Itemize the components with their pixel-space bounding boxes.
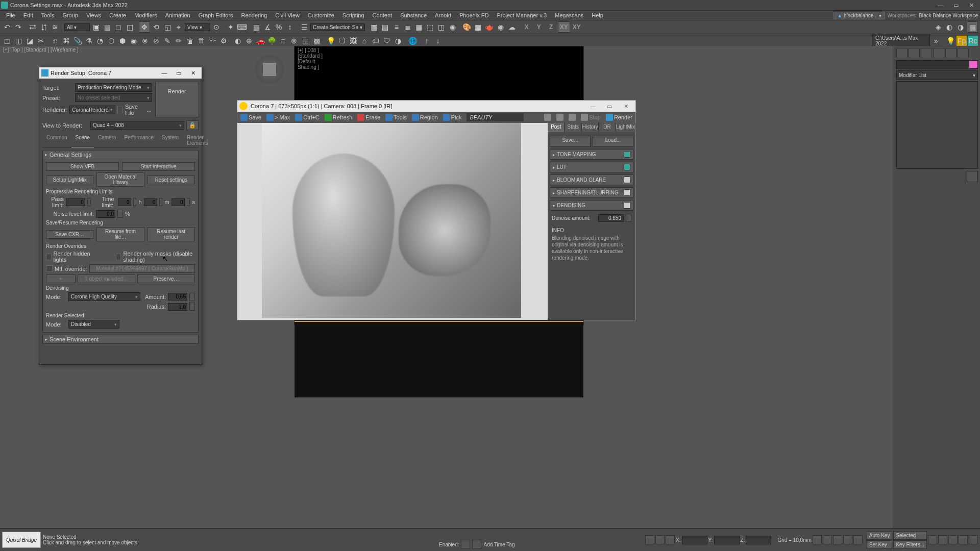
tool-m-icon[interactable]: 🗑 — [185, 36, 195, 46]
path-more-icon[interactable]: » — [931, 36, 941, 46]
stab-lightmix[interactable]: LightMix — [616, 123, 635, 132]
time-s-input[interactable] — [172, 198, 185, 206]
layer3-icon[interactable]: ▦ — [414, 22, 424, 32]
fp-icon[interactable]: Fp — [957, 36, 967, 46]
menu-customize[interactable]: Customize — [304, 11, 338, 19]
tool-k-icon[interactable]: ✎ — [162, 36, 173, 46]
menu-arnold[interactable]: Arnold — [431, 11, 455, 19]
stab-stats[interactable]: Stats — [565, 123, 581, 132]
vfb-zoom1-button[interactable] — [554, 113, 566, 121]
tab-performance[interactable]: Performance — [120, 133, 158, 147]
viewcube[interactable] — [255, 55, 284, 84]
setup-lightmix-button[interactable]: Setup LightMix — [46, 176, 93, 184]
stab-dr[interactable]: DR — [599, 123, 616, 132]
menu-group[interactable]: Group — [58, 11, 82, 19]
selected-filter-button[interactable]: Selected — [893, 531, 927, 540]
modifier-list-dropdown[interactable]: Modifier List▾ — [896, 70, 978, 80]
menu-help[interactable]: Help — [587, 11, 607, 19]
x-axis-button[interactable]: X — [521, 22, 532, 32]
placement-icon[interactable]: ⌖ — [174, 22, 184, 32]
sharpening-checkbox[interactable] — [624, 189, 630, 196]
menu-scripting[interactable]: Scripting — [338, 11, 369, 19]
menu-edit[interactable]: Edit — [19, 11, 37, 19]
signin-button[interactable]: ▲ blackbalance... ▾ — [834, 12, 885, 19]
vfb-tools-button[interactable]: Tools — [383, 113, 409, 121]
z-coord-field[interactable] — [746, 536, 771, 544]
target-dropdown[interactable]: Production Rendering Mode▾ — [75, 83, 152, 92]
nav-zoomall-button[interactable] — [938, 535, 947, 544]
maximize-button[interactable]: ▭ — [948, 1, 964, 10]
spinner-snap-icon[interactable]: ↕ — [285, 22, 295, 32]
time-play-button[interactable] — [833, 535, 842, 544]
dialog-minimize-button[interactable]: — — [158, 68, 171, 78]
start-interactive-button[interactable]: Start interactive — [122, 162, 195, 171]
tool-n-icon[interactable]: ⇈ — [196, 36, 206, 46]
isolate-button[interactable] — [645, 535, 654, 544]
y-coord-field[interactable] — [714, 536, 740, 544]
cat-a-icon[interactable]: ◐ — [233, 36, 243, 46]
arnold-icon[interactable]: ◉ — [496, 22, 506, 32]
vfb-pass-dropdown[interactable]: BEAUTY — [467, 113, 524, 121]
image-icon[interactable]: 🖼 — [348, 36, 358, 46]
tab-camera[interactable]: Camera — [94, 133, 120, 147]
vfb-close-button[interactable]: ✕ — [618, 102, 633, 111]
mask-icon[interactable]: ◑ — [393, 36, 403, 46]
menu-grapheditors[interactable]: Graph Editors — [194, 11, 237, 19]
editset-icon[interactable]: ☰ — [299, 22, 309, 32]
vfb-render-button[interactable]: Render — [604, 113, 634, 121]
time-config-button[interactable] — [472, 540, 481, 549]
cat-e-icon[interactable]: ≡ — [278, 36, 288, 46]
time-start-button[interactable] — [813, 535, 822, 544]
cat-d-icon[interactable]: 🌳 — [266, 36, 277, 46]
stab-post[interactable]: Post — [548, 123, 565, 132]
named-selection-dropdown[interactable]: Create Selection Se ▾ — [310, 23, 365, 31]
time-end-button[interactable] — [853, 535, 863, 544]
menu-create[interactable]: Create — [105, 11, 130, 19]
display-tab-icon[interactable] — [945, 48, 957, 58]
shield-icon[interactable]: 🛡 — [382, 36, 392, 46]
layer2-icon[interactable]: ≣ — [403, 22, 413, 32]
rc-icon[interactable]: Rc — [968, 36, 978, 46]
up-arrow-icon[interactable]: ↑ — [422, 36, 432, 46]
layer1-icon[interactable]: ≡ — [391, 22, 402, 32]
resume-file-button[interactable]: Resume from file… — [96, 227, 144, 241]
vfb-save-button[interactable]: Save — [238, 113, 263, 121]
render-frame-icon[interactable]: ▦ — [473, 22, 483, 32]
undo-icon[interactable]: ↶ — [2, 22, 12, 32]
tool-o-icon[interactable]: 〰 — [207, 36, 217, 46]
viewport-bottom-pane[interactable] — [295, 321, 583, 397]
xy2-axis-button[interactable]: XY — [571, 22, 582, 32]
menu-tools[interactable]: Tools — [37, 11, 59, 19]
vfb-titlebar[interactable]: Corona 7 | 673×505px (1:1) | Camera: 008… — [237, 101, 635, 112]
rollout-sharpening[interactable]: ▸SHARPENING/BLURRING — [550, 187, 633, 198]
time-h-input[interactable] — [118, 198, 131, 206]
util2-icon[interactable]: ◐ — [944, 22, 954, 32]
render-selected-mode-dropdown[interactable]: Disabled▾ — [68, 320, 119, 329]
tag-icon[interactable]: 🏷 — [371, 36, 381, 46]
denoise-amount-spinner[interactable] — [189, 293, 195, 301]
render-button[interactable]: Render — [155, 82, 199, 117]
renderer-dropdown[interactable]: CoronaRenderer▾ — [69, 106, 115, 114]
denoise-amount-input[interactable] — [168, 293, 187, 300]
scene-explorer-button[interactable] — [967, 171, 978, 182]
curve-ed-icon[interactable]: ⬚ — [425, 22, 435, 32]
world-icon[interactable]: 🌐 — [407, 36, 418, 46]
new-icon[interactable]: ◻ — [2, 36, 12, 46]
vfb-region-button[interactable]: Region — [410, 113, 440, 121]
pano-icon[interactable]: ☁ — [507, 22, 517, 32]
nav-zoom-button[interactable] — [928, 535, 937, 544]
vfb-copy-button[interactable]: Ctrl+C — [293, 113, 321, 121]
tool-a-icon[interactable]: ⎌ — [50, 36, 60, 46]
bloom-checkbox[interactable] — [624, 177, 630, 183]
autokey-button[interactable]: Auto Key — [867, 531, 893, 540]
dialog-maximize-button[interactable]: ▭ — [172, 68, 185, 78]
denoise-mode-dropdown[interactable]: Corona High Quality▾ — [68, 292, 140, 301]
rollout-scene-env-header[interactable]: ▸Scene Environment — [43, 335, 198, 343]
vfb-tomax-button[interactable]: > Max — [264, 113, 292, 121]
menu-modifiers[interactable]: Modifiers — [130, 11, 161, 19]
vfb-load-settings-button[interactable]: Load... — [593, 136, 633, 147]
light-icon[interactable]: 💡 — [326, 36, 336, 46]
render-hidden-checkbox[interactable] — [46, 254, 52, 260]
home-icon[interactable]: ⌂ — [359, 36, 370, 46]
pass-limit-input[interactable] — [66, 198, 85, 206]
